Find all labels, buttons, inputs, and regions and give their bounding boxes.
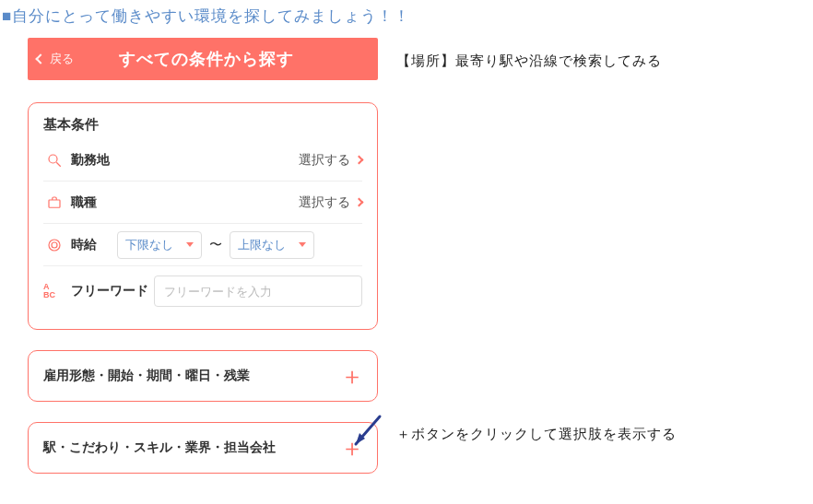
wage-upper-value: 上限なし [238,237,286,253]
basic-conditions-panel: 基本条件 勤務地 選択する 職種 選択する [28,102,378,330]
chevron-right-icon [355,156,364,165]
svg-point-4 [52,242,57,248]
expand-employment[interactable]: 雇用形態・開始・期間・曜日・残業 ＋ [28,350,378,402]
svg-point-0 [49,155,57,163]
chevron-right-icon [355,198,364,207]
page-heading: ■自分にとって働きやすい環境を探してみましょう！！ [2,6,813,27]
chevron-down-icon [186,242,194,247]
freeword-label: フリーワード [71,283,154,299]
search-header-bar: 戻る すべての条件から探す [28,38,378,80]
back-label: 戻る [50,51,74,67]
location-action: 選択する [299,152,350,169]
money-icon [43,237,65,253]
wage-lower-select[interactable]: 下限なし [117,231,202,259]
heading-text: 自分にとって働きやすい環境を探してみましょう！！ [12,7,410,25]
jobtype-action: 選択する [299,194,350,211]
expand-station-title: 駅・こだわり・スキル・業界・担当会社 [43,440,340,456]
wage-separator: 〜 [209,237,222,253]
svg-line-1 [56,162,61,167]
annotation-plus: ＋ボタンをクリックして選択肢を表示する [396,426,813,443]
briefcase-icon [43,194,65,211]
wage-lower-value: 下限なし [125,237,173,253]
basic-title: 基本条件 [43,116,362,134]
row-freeword: ABC フリーワード [43,266,362,316]
chevron-down-icon [299,242,306,247]
annotation-location: 【場所】最寄り駅や沿線で検索してみる [396,53,813,70]
abc-icon: ABC [43,283,65,299]
row-wage: 時給 下限なし 〜 上限なし [43,224,362,266]
chevron-left-icon [35,53,45,64]
row-location[interactable]: 勤務地 選択する [43,139,362,182]
location-label: 勤務地 [71,152,154,169]
back-button[interactable]: 戻る [28,38,81,80]
row-jobtype[interactable]: 職種 選択する [43,182,362,224]
heading-square: ■ [2,7,12,25]
plus-icon: ＋ [340,364,364,388]
svg-point-3 [49,240,60,251]
jobtype-label: 職種 [71,194,154,211]
expand-employment-title: 雇用形態・開始・期間・曜日・残業 [43,368,340,384]
wage-upper-select[interactable]: 上限なし [230,231,314,259]
svg-rect-2 [49,200,60,207]
freeword-input[interactable] [154,275,362,307]
expand-station[interactable]: 駅・こだわり・スキル・業界・担当会社 ＋ [28,422,378,474]
search-icon [43,152,65,169]
plus-icon: ＋ [340,436,364,460]
header-title: すべての条件から探す [81,48,378,70]
wage-label: 時給 [71,237,117,253]
